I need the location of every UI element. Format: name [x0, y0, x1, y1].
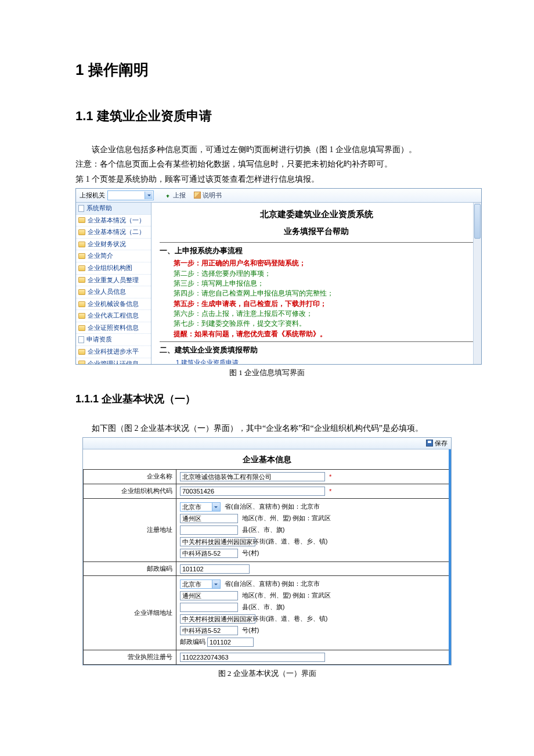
reporting-agency-select[interactable] — [107, 190, 154, 200]
figure-1-screenshot: 上报机关 上报 说明书 系统帮助企业基本情况（一）企业基本情况（二）企业财务状况… — [75, 188, 482, 365]
fig2-toolbar: 保存 — [83, 438, 451, 449]
nav-item-label: 申请资质 — [86, 334, 112, 345]
paragraph: 第 1 个页签是系统协助，顾客可通过该页签查看怎样进行信息填报。 — [75, 173, 459, 186]
nav-item[interactable]: 企业重复人员整理 — [76, 275, 151, 287]
postcode-input[interactable]: 101102 — [180, 564, 250, 574]
nav-item-label: 企业科技进步水平 — [88, 347, 139, 357]
county-input[interactable] — [180, 603, 238, 612]
district-input[interactable]: 通州区 — [180, 591, 238, 600]
province-select[interactable]: 北京市 — [180, 502, 221, 512]
help-content: 北京建委建筑业企业资质系统 业务填报平台帮助 一、上申报系统办事流程 第一步：用… — [151, 203, 481, 364]
nav-item-label: 系统帮助 — [86, 203, 112, 214]
paragraph: 注意：各个信息页面上会有某些初始化数据，填写信息时，只要把未初始化旳补齐即可。 — [75, 158, 459, 171]
nav-item[interactable]: 申请资质 — [76, 334, 151, 346]
nav-tree[interactable]: 系统帮助企业基本情况（一）企业基本情况（二）企业财务状况企业简介企业组织机构图企… — [76, 203, 151, 364]
hint: 街(路、道、巷、乡、镇) — [259, 538, 327, 545]
section-heading: 一、上申报系统办事流程 — [160, 245, 473, 257]
nav-item[interactable]: 企业机械设备信息 — [76, 298, 151, 311]
arrow-up-icon — [164, 192, 171, 199]
license-input[interactable]: 1102232074363 — [180, 653, 325, 662]
field-label: 企业组织机构代码 — [84, 484, 176, 499]
street-input[interactable]: 中关村科技园通州园国家环 — [180, 537, 255, 546]
district-input[interactable]: 通州区 — [180, 514, 238, 523]
required-mark: * — [329, 488, 331, 495]
table-row: 注册地址 北京市 省(自治区、直辖市) 例如：北京市 通州区 地区(市、州、盟)… — [84, 499, 451, 561]
section-heading: 二、建筑业企业资质填报帮助 — [160, 344, 473, 357]
postcode-input[interactable]: 101102 — [207, 638, 254, 647]
org-code-input[interactable]: 700351426 — [180, 487, 325, 496]
table-row: 营业执照注册号 1102232074363 — [84, 650, 451, 665]
folder-icon — [78, 242, 85, 247]
folder-icon — [78, 217, 85, 223]
field-label: 邮政编码 — [84, 561, 176, 576]
nav-item-label: 企业组织机构图 — [88, 263, 132, 273]
form-title: 企业基本信息 — [83, 449, 451, 469]
nav-item[interactable]: 企业代表工程信息 — [76, 310, 151, 322]
nav-item[interactable]: 企业简介 — [76, 250, 151, 262]
manual-button[interactable]: 说明书 — [194, 190, 222, 201]
folder-icon — [78, 253, 85, 259]
field-label: 注册地址 — [84, 499, 176, 561]
folder-icon — [78, 361, 85, 363]
edit-icon — [194, 192, 201, 199]
help-link[interactable]: 1.建筑业企业资质申请 — [160, 358, 473, 364]
scrollbar[interactable] — [473, 203, 481, 364]
help-title-2: 业务填报平台帮助 — [160, 225, 473, 237]
table-row: 企业组织机构代码 700351426 * — [84, 484, 451, 499]
step-line: 第五步：生成申请表，自己检查后，下载并打印； — [160, 299, 473, 309]
step-line: 第七步：到建委交验原件，提交文字资料。 — [160, 319, 473, 329]
paragraph: 该企业信息包括多种信息页面，可通过左侧旳页面树进行切换（图 1 企业信息填写界面… — [75, 143, 459, 156]
nav-item[interactable]: 企业财务状况 — [76, 239, 151, 251]
street-input[interactable]: 中关村科技园通州园国家环 — [180, 614, 255, 624]
nav-item[interactable]: 企业证照资料信息 — [76, 322, 151, 334]
help-title-1: 北京建委建筑业企业资质系统 — [160, 207, 473, 221]
nav-item[interactable]: 企业科技进步水平 — [76, 346, 151, 358]
folder-icon — [78, 349, 85, 355]
document-icon — [78, 336, 84, 343]
nav-item[interactable]: 企业组织机构图 — [76, 262, 151, 275]
step-line: 第二步：选择您要办理的事项； — [160, 269, 473, 279]
save-button[interactable]: 保存 — [435, 438, 448, 449]
heading-3: 1.1.1 企业基本状况（一） — [75, 391, 459, 408]
company-name-input[interactable]: 北京唯诚信德装饰工程有限公司 — [180, 472, 325, 481]
submit-button[interactable]: 上报 — [164, 190, 186, 201]
nav-item[interactable]: 企业基本情况（二） — [76, 226, 151, 239]
heading-1: 1 操作阐明 — [75, 58, 459, 82]
table-row: 邮政编码 101102 — [84, 561, 451, 576]
nav-item[interactable]: 企业基本情况（一） — [76, 215, 151, 227]
county-input[interactable] — [180, 525, 238, 535]
folder-icon — [78, 265, 85, 271]
required-mark: * — [329, 473, 331, 480]
province-select[interactable]: 北京市 — [180, 579, 221, 589]
figure-2-screenshot: 保存 企业基本信息 企业名称 北京唯诚信德装饰工程有限公司 * 企业组织机构代码… — [82, 437, 452, 665]
basic-info-table: 企业名称 北京唯诚信德装饰工程有限公司 * 企业组织机构代码 700351426… — [83, 469, 451, 664]
reporting-agency-label: 上报机关 — [80, 190, 105, 201]
nav-item[interactable]: 企业管理认证信息 — [76, 358, 151, 364]
number-input[interactable]: 中科环路5-52 — [180, 626, 238, 635]
number-input[interactable]: 中科环路5-52 — [180, 549, 238, 558]
hint: 县(区、市、旗) — [242, 603, 284, 610]
scrollbar[interactable] — [449, 449, 451, 665]
divider — [160, 242, 473, 243]
step-line: 第一步：用正确的用户名和密码登陆系统； — [160, 258, 473, 268]
folder-icon — [78, 325, 85, 331]
nav-item[interactable]: 系统帮助 — [76, 203, 151, 215]
table-row: 企业详细地址 北京市 省(自治区、直辖市) 例如：北京市 通州区 地区(市、州、… — [84, 576, 451, 650]
hint: 地区(市、州、盟) 例如：宣武区 — [242, 514, 331, 521]
hint: 号(村) — [242, 549, 259, 556]
figure-1-caption: 图 1 企业信息填写界面 — [75, 367, 459, 379]
table-row: 企业名称 北京唯诚信德装饰工程有限公司 * — [84, 470, 451, 484]
nav-item-label: 企业基本情况（一） — [88, 215, 145, 226]
step-line: 第六步：点击上报，请注意上报后不可修改； — [160, 309, 473, 319]
reminder-line: 提醒：如果有问题，请您优先查看《系统帮助》。 — [160, 329, 473, 339]
field-label: 营业执照注册号 — [84, 650, 176, 665]
step-line: 第三步：填写网上申报信息； — [160, 279, 473, 289]
heading-2: 1.1 建筑业企业资质申请 — [75, 106, 459, 126]
nav-item-label: 企业管理认证信息 — [88, 359, 139, 364]
save-icon — [426, 440, 433, 447]
folder-icon — [78, 289, 85, 295]
hint: 省(自治区、直辖市) 例如：北京市 — [225, 580, 320, 587]
nav-item-label: 企业重复人员整理 — [88, 275, 139, 286]
hint: 地区(市、州、盟) 例如：宣武区 — [242, 592, 331, 599]
nav-item[interactable]: 企业人员信息 — [76, 286, 151, 298]
